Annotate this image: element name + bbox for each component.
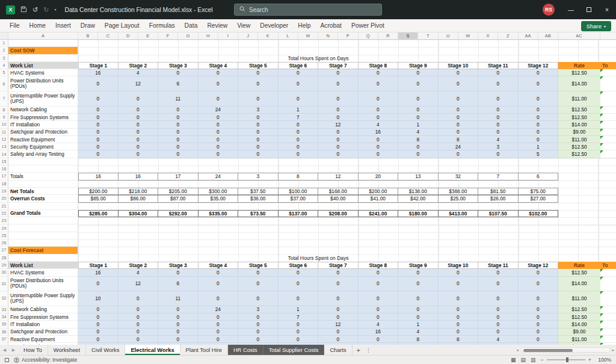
hours-cell[interactable]: 0 bbox=[439, 91, 479, 106]
hours-cell[interactable]: 0 bbox=[478, 76, 519, 91]
cell[interactable] bbox=[558, 158, 600, 165]
cell[interactable] bbox=[558, 239, 600, 247]
hours-cell[interactable]: 0 bbox=[359, 313, 399, 321]
column-header-U[interactable]: U bbox=[439, 32, 458, 39]
empty-cells[interactable] bbox=[78, 203, 558, 210]
row-header[interactable]: 21 bbox=[0, 203, 8, 210]
hours-cell[interactable]: 0 bbox=[519, 277, 559, 292]
summary-value-cell[interactable]: $205.00 bbox=[158, 188, 199, 195]
hours-cell[interactable]: 0 bbox=[199, 150, 239, 158]
total-column-cell[interactable] bbox=[600, 321, 616, 328]
macro-record-icon[interactable] bbox=[5, 358, 9, 362]
hours-cell[interactable]: 0 bbox=[359, 114, 399, 121]
sheet-tab-civil-works[interactable]: Civil Works bbox=[86, 345, 125, 355]
banner-cell[interactable]: Total Hours Spent on Days bbox=[78, 55, 558, 62]
hours-cell[interactable]: 0 bbox=[279, 76, 319, 91]
hours-cell[interactable]: 0 bbox=[78, 136, 119, 143]
cell[interactable] bbox=[558, 55, 600, 62]
summary-value-cell[interactable]: 3 bbox=[238, 173, 279, 180]
column-header-B[interactable]: B bbox=[78, 32, 98, 39]
total-column-cell[interactable] bbox=[600, 114, 616, 121]
hours-cell[interactable]: 0 bbox=[78, 106, 119, 114]
row-header[interactable]: 29 bbox=[0, 262, 8, 269]
total-column-cell[interactable] bbox=[600, 150, 616, 158]
hours-cell[interactable]: 0 bbox=[78, 336, 119, 343]
hours-cell[interactable]: 0 bbox=[119, 114, 159, 121]
cell[interactable] bbox=[600, 203, 616, 210]
hours-cell[interactable]: 0 bbox=[238, 121, 279, 128]
hours-cell[interactable]: 0 bbox=[279, 121, 319, 128]
summary-value-cell[interactable]: $200.00 bbox=[359, 188, 399, 195]
column-header-F[interactable]: F bbox=[158, 32, 178, 39]
row-header[interactable]: 25 bbox=[0, 232, 8, 239]
sheet-nav-left-icon[interactable]: ◀ bbox=[0, 345, 9, 355]
column-header-K[interactable]: K bbox=[258, 32, 278, 39]
column-header-E[interactable]: E bbox=[138, 32, 158, 39]
hours-cell[interactable]: 0 bbox=[318, 76, 359, 91]
hours-cell[interactable]: 0 bbox=[439, 69, 479, 76]
summary-value-cell[interactable]: $218.00 bbox=[119, 188, 159, 195]
row-header[interactable]: 3 bbox=[0, 55, 8, 62]
column-header-Q[interactable]: Q bbox=[359, 32, 378, 39]
hours-cell[interactable]: 4 bbox=[119, 269, 159, 276]
row-header[interactable]: 4 bbox=[0, 62, 8, 69]
summary-value-cell[interactable]: 32 bbox=[439, 173, 479, 180]
ribbon-tab-power-pivot[interactable]: Power Pivot bbox=[346, 19, 389, 32]
stage-header-cell[interactable]: Stage 7 bbox=[318, 62, 359, 69]
cell[interactable] bbox=[8, 217, 78, 224]
scroll-right-icon[interactable]: ▸ bbox=[612, 348, 614, 353]
hours-cell[interactable]: 0 bbox=[478, 321, 519, 328]
work-item-label[interactable]: HVAC Systems bbox=[8, 269, 78, 276]
hours-cell[interactable]: 0 bbox=[119, 291, 159, 306]
cell[interactable] bbox=[558, 40, 600, 47]
hours-cell[interactable]: 0 bbox=[199, 336, 239, 343]
hours-cell[interactable]: 0 bbox=[519, 129, 559, 136]
hours-cell[interactable]: 0 bbox=[359, 277, 399, 292]
hours-cell[interactable]: 0 bbox=[318, 336, 359, 343]
hours-cell[interactable]: 0 bbox=[199, 114, 239, 121]
hours-cell[interactable]: 0 bbox=[439, 269, 479, 276]
total-column-cell[interactable] bbox=[600, 69, 616, 76]
work-item-label[interactable]: IT Installation bbox=[8, 121, 78, 128]
ribbon-tab-developer[interactable]: Developer bbox=[255, 19, 293, 32]
row-header[interactable]: 23 bbox=[0, 217, 8, 224]
hours-cell[interactable]: 0 bbox=[238, 329, 279, 336]
row-header[interactable]: 37 bbox=[0, 336, 8, 343]
hours-cell[interactable]: 10 bbox=[78, 291, 119, 306]
work-item-label[interactable]: Network Cabling bbox=[8, 106, 78, 114]
row-header[interactable]: 36 bbox=[0, 329, 8, 336]
hours-cell[interactable]: 0 bbox=[478, 91, 519, 106]
column-header-A[interactable]: A bbox=[8, 32, 78, 39]
column-header-X[interactable]: X bbox=[478, 32, 498, 39]
hours-cell[interactable]: 16 bbox=[78, 269, 119, 276]
row-header[interactable]: 18 bbox=[0, 180, 8, 188]
summary-value-cell[interactable]: $75.00 bbox=[519, 188, 559, 195]
empty-cells[interactable] bbox=[78, 217, 558, 224]
hours-cell[interactable]: 0 bbox=[279, 150, 319, 158]
hours-cell[interactable]: 0 bbox=[158, 313, 199, 321]
horizontal-scrollbar[interactable]: ◂ ▸ bbox=[516, 347, 614, 353]
cell[interactable] bbox=[558, 254, 600, 262]
ribbon-tab-formulas[interactable]: Formulas bbox=[144, 19, 180, 32]
hours-cell[interactable]: 0 bbox=[119, 329, 159, 336]
work-item-label[interactable]: Uninterruptible Power Supply (UPS) bbox=[8, 91, 78, 106]
cell[interactable] bbox=[600, 210, 616, 217]
total-column-cell[interactable] bbox=[600, 336, 616, 343]
rate-cell[interactable]: $9.00 bbox=[558, 329, 600, 336]
hours-cell[interactable]: 0 bbox=[279, 91, 319, 106]
hours-cell[interactable]: 0 bbox=[478, 269, 519, 276]
empty-cells[interactable] bbox=[78, 247, 558, 254]
stage-header-cell[interactable]: Stage 5 bbox=[238, 262, 279, 269]
hours-cell[interactable]: 0 bbox=[318, 277, 359, 292]
summary-value-cell[interactable]: 17 bbox=[158, 173, 199, 180]
hours-cell[interactable]: 0 bbox=[119, 150, 159, 158]
scrollbar-track[interactable] bbox=[520, 347, 611, 353]
hours-cell[interactable]: 0 bbox=[519, 291, 559, 306]
hours-cell[interactable]: 8 bbox=[398, 336, 439, 343]
hours-cell[interactable]: 6 bbox=[158, 76, 199, 91]
hours-cell[interactable]: 0 bbox=[78, 91, 119, 106]
hours-cell[interactable]: 0 bbox=[318, 106, 359, 114]
row-header[interactable]: 12 bbox=[0, 136, 8, 143]
section-title-cell[interactable]: Cost SOW bbox=[8, 47, 78, 54]
hours-cell[interactable]: 0 bbox=[478, 313, 519, 321]
